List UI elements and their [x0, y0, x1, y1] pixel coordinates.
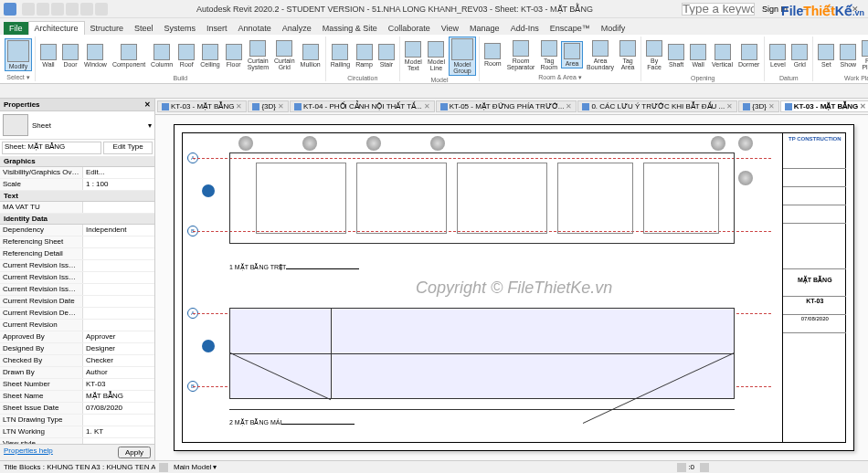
tag-room-button[interactable]: Tag Room [538, 39, 559, 71]
prop-value[interactable] [82, 320, 154, 331]
prop-row[interactable]: Sheet Issue Date07/08/2020 [0, 403, 154, 415]
type-selector[interactable]: Sheet ▾ [0, 111, 154, 140]
prop-row[interactable]: Current Revision Date [0, 296, 154, 308]
by-face-button[interactable]: By Face [644, 39, 664, 71]
ribbon-tab-structure[interactable]: Structure [85, 22, 130, 35]
show-button[interactable]: Show [838, 43, 858, 68]
prop-row[interactable]: Current Revision Issued [0, 260, 154, 272]
curtain-system-button[interactable]: Curtain System [246, 39, 270, 71]
prop-value[interactable] [82, 272, 154, 283]
close-icon[interactable]: ✕ [236, 102, 242, 110]
viewport-roof-plan[interactable]: A B 2 MẶT BẰNG MÁI [193, 289, 771, 426]
prop-row[interactable]: Checked ByChecker [0, 355, 154, 367]
view-tab[interactable]: {3D}✕ [738, 100, 779, 112]
ribbon-tab-architecture[interactable]: Architecture [28, 21, 85, 35]
prop-value[interactable] [82, 248, 154, 259]
close-icon[interactable]: ✕ [278, 102, 284, 110]
prop-value[interactable]: KT-03 [82, 379, 154, 390]
ribbon-tab-collaborate[interactable]: Collaborate [383, 22, 436, 35]
prop-row[interactable]: MA VAT TU [0, 202, 154, 214]
prop-category[interactable]: Text [0, 191, 154, 202]
prop-row[interactable]: Current Revision [0, 320, 154, 331]
edit-type-button[interactable]: Edit Type [103, 142, 153, 154]
column-button[interactable]: Column [149, 43, 175, 68]
ribbon-tab-file[interactable]: File [4, 22, 28, 35]
instance-filter[interactable]: Sheet: MẶT BẰNG [2, 142, 101, 154]
model-line-button[interactable]: Model Line [426, 40, 447, 72]
view-tab[interactable]: KT-05 - MẶT ĐỨNG PHÍA TRƯỚ...✕ [436, 100, 577, 112]
level-button[interactable]: Level [767, 43, 788, 68]
prop-value[interactable]: Designer [82, 343, 154, 354]
ribbon-tab-manage[interactable]: Manage [464, 22, 505, 35]
prop-value[interactable] [82, 284, 154, 295]
prop-row[interactable]: Referencing Detail [0, 248, 154, 260]
ribbon-tab-insert[interactable]: Insert [201, 22, 233, 35]
ribbon-tab-add-ins[interactable]: Add-Ins [505, 22, 545, 35]
section-marker-2[interactable] [202, 340, 215, 352]
panel-close-icon[interactable]: ✕ [144, 100, 151, 109]
wall-button[interactable]: Wall [688, 43, 708, 68]
prop-row[interactable]: DependencyIndependent [0, 225, 154, 236]
grid-button[interactable]: Grid [789, 43, 810, 68]
prop-row[interactable]: Visibility/Graphics Over...Edit... [0, 167, 154, 179]
vertical-button[interactable]: Vertical [710, 43, 735, 68]
ribbon-tab-enscape-[interactable]: Enscape™ [545, 22, 596, 35]
prop-row[interactable]: Current Revision Issued ... [0, 272, 154, 284]
railing-button[interactable]: Railing [329, 43, 352, 68]
qat-open-icon[interactable] [22, 3, 35, 16]
prop-value[interactable]: Approver [82, 331, 154, 342]
qat-redo-icon[interactable] [66, 3, 79, 16]
prop-value[interactable]: Edit... [82, 167, 154, 178]
prop-row[interactable]: Sheet NameMẶT BẰNG [0, 391, 154, 403]
close-icon[interactable]: ✕ [860, 102, 866, 110]
app-icon[interactable] [4, 3, 16, 16]
prop-value[interactable] [82, 296, 154, 307]
filter-icon[interactable] [700, 463, 709, 472]
tag-area-button[interactable]: Tag Area [618, 39, 638, 71]
ribbon-tab-view[interactable]: View [436, 22, 464, 35]
wall-button[interactable]: Wall [38, 43, 58, 68]
prop-value[interactable]: 1 : 100 [82, 179, 154, 190]
view-tab[interactable]: KT-03 - MẶT BẰNG✕ [780, 100, 868, 112]
component-button[interactable]: Component [111, 43, 147, 68]
prop-value[interactable]: Checker [82, 355, 154, 366]
curtain-grid-button[interactable]: Curtain Grid [272, 39, 297, 71]
prop-category[interactable]: Identity Data [0, 214, 154, 225]
ribbon-tab-analyze[interactable]: Analyze [277, 22, 317, 35]
prop-value[interactable]: 1. KT [82, 426, 154, 437]
view-tab[interactable]: KT-04 - PHỐI CẢNH NỘI THẤT TẦ...✕ [290, 100, 435, 112]
properties-help-link[interactable]: Properties help [4, 447, 53, 458]
ribbon-tab-systems[interactable]: Systems [159, 22, 202, 35]
select-links-icon[interactable] [677, 463, 686, 472]
prop-value[interactable]: MẶT BẰNG [82, 391, 154, 402]
qat-print-icon[interactable] [80, 3, 93, 16]
roof-button[interactable]: Roof [176, 43, 196, 68]
view-tab[interactable]: {3D}✕ [248, 100, 289, 112]
window-button[interactable]: Window [82, 43, 109, 68]
prop-value[interactable] [82, 415, 154, 426]
main-model-dropdown[interactable]: Main Model [174, 463, 211, 471]
prop-row[interactable]: Approved ByApprover [0, 331, 154, 343]
floor-button[interactable]: Floor [224, 43, 244, 68]
area-boundary-button[interactable]: Area Boundary [585, 39, 616, 71]
ribbon-tab-annotate[interactable]: Annotate [233, 22, 277, 35]
viewport-floor-plan-1[interactable]: A B [193, 134, 771, 271]
view-tab[interactable]: 0. CÁC LƯU Ý TRƯỚC KHI BẮT ĐẦU ...✕ [577, 100, 737, 112]
prop-value[interactable]: Independent [82, 225, 154, 236]
close-icon[interactable]: ✕ [566, 102, 572, 110]
prop-value[interactable] [82, 236, 154, 247]
prop-value[interactable] [82, 308, 154, 319]
qat-undo-icon[interactable] [51, 3, 64, 16]
close-icon[interactable]: ✕ [726, 102, 733, 110]
prop-row[interactable]: Current Revision Issued ... [0, 284, 154, 296]
prop-row[interactable]: Referencing Sheet [0, 236, 154, 248]
model-text-button[interactable]: Model Text [403, 40, 424, 72]
search-input[interactable] [682, 3, 755, 16]
prop-value[interactable]: 07/08/2020 [82, 403, 154, 414]
prop-row[interactable]: Sheet NumberKT-03 [0, 379, 154, 391]
prop-category[interactable]: Graphics [0, 156, 154, 167]
drawing-canvas[interactable]: TP CONSTRUCTION MẶT BẰNG KT-03 07/08/202… [155, 115, 868, 460]
prop-row[interactable]: Designed ByDesigner [0, 343, 154, 355]
area-button[interactable]: Area [561, 41, 583, 68]
room-separator-button[interactable]: Room Separator [505, 39, 537, 71]
